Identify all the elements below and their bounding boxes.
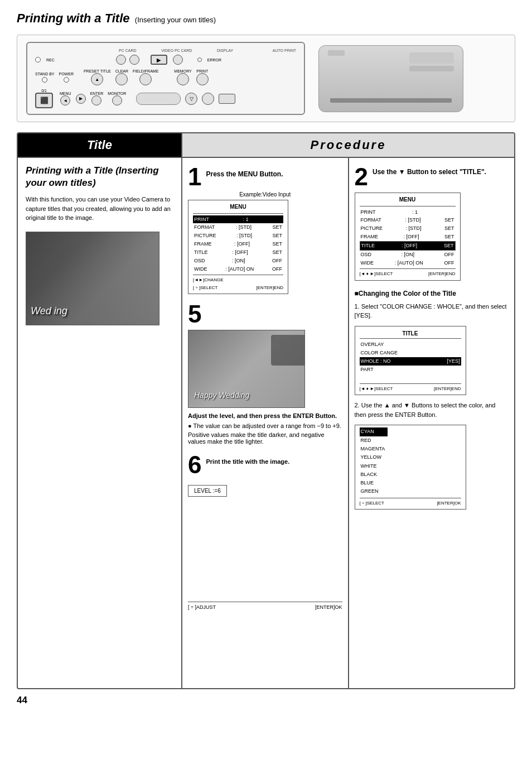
page-header: Printing with a Title (Inserting your ow… [17, 11, 515, 26]
step1-number: 1 [188, 165, 201, 189]
device-diagram: PC CARD VIDEO PC CARD DISPLAY AUTO PRINT… [17, 35, 515, 122]
table-header-row: Title Procedure [18, 133, 514, 158]
page-title: Printing with a Title [17, 11, 130, 25]
color-item2: 2. Use the ▲ and ▼ Buttons to select the… [355, 401, 509, 419]
content-row: Printing with a Title (Inserting your ow… [18, 158, 514, 688]
proc-left-column: 1 Press the MENU Button. Example:Video I… [182, 158, 349, 688]
step1-description: Press the MENU Button. [206, 165, 283, 178]
step2: 2 Use the ▼ Button to select "TITLE". ME… [355, 165, 509, 281]
step6-number: 6 [188, 453, 201, 477]
color-change-heading: ■Changing the Color of the Title [355, 290, 509, 297]
step-bottom-nav2: [ENTER]OK [315, 604, 342, 610]
step6-description: Print the title with the image. [206, 453, 289, 465]
procedure-columns: 1 Press the MENU Button. Example:Video I… [182, 158, 514, 688]
step-bottom-nav: [ ÷ ]ADJUST [188, 604, 216, 610]
step1-example-label: Example:Video Input [188, 191, 342, 198]
step1: 1 Press the MENU Button. Example:Video I… [188, 165, 342, 294]
step2-number: 2 [355, 165, 368, 189]
color-change-section: ■Changing the Color of the Title 1. Sele… [355, 290, 509, 510]
title-image-overlay: Wed ing [31, 305, 67, 317]
step5: 5 Happy Wedding Adjust the level, and th… [188, 302, 342, 445]
step2-description: Use the ▼ Button to select "TITLE". [373, 165, 486, 176]
page-subtitle: (Inserting your own titles) [135, 16, 216, 24]
device-panel: PC CARD VIDEO PC CARD DISPLAY AUTO PRINT… [26, 42, 305, 115]
title-header-cell: Title [18, 133, 182, 157]
page-number: 44 [17, 695, 515, 706]
printer-image [318, 45, 463, 112]
main-content-wrapper: Title Procedure Printing with a Title (I… [17, 132, 515, 689]
title-image: Wed ing [26, 232, 159, 325]
title-section-body: With this function, you can use your Vid… [26, 195, 173, 223]
title-column: Printing with a Title (Inserting your ow… [18, 158, 182, 688]
color-list-box: CYAN RED MAGENTA YELLOW WHITE BLACK BLUE… [355, 425, 466, 510]
step2-menu-box: MENU PRINT: 1 FORMAT: [STD]SET PICTURE: … [355, 193, 461, 281]
step1-menu-box: MENU PRINT: 1 FORMAT: [STD]SET PICTURE: … [188, 200, 288, 294]
title-submenu-box: TITLE OVERLAY COLOR CANGE WHOLE : NO[YES… [355, 326, 466, 396]
step5-camera-display: Happy Wedding [188, 330, 305, 408]
color-item1: 1. Select "COLOR CHANGE : WHOLE", and th… [355, 302, 509, 320]
step5-note1: ● The value can be adjusted over a range… [188, 422, 342, 429]
step5-note2: Positive values make the title darker, a… [188, 431, 342, 445]
step6: 6 Print the title with the image. LEVEL … [188, 453, 342, 610]
step5-description-bold: Adjust the level, and then press the ENT… [188, 412, 342, 419]
level-display-box: LEVEL :=6 [188, 485, 227, 497]
step5-number: 5 [188, 302, 201, 326]
procedure-header-cell: Procedure [182, 133, 514, 157]
title-section-heading: Printing with a Title (Inserting your ow… [26, 165, 173, 189]
proc-right-column: 2 Use the ▼ Button to select "TITLE". ME… [349, 158, 515, 688]
